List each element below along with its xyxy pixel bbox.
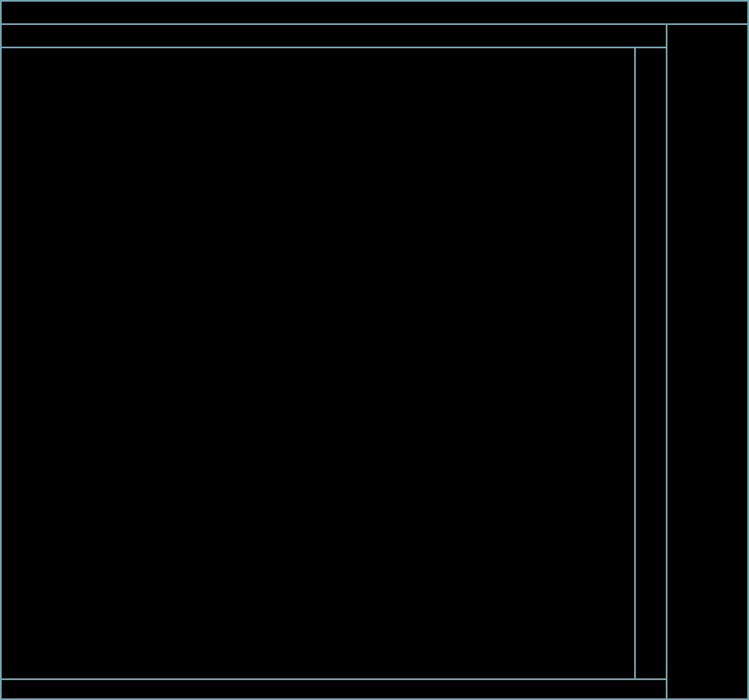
title-bar (0, 0, 749, 23)
bottom-axis (0, 680, 666, 700)
bottom-axis-canvas (0, 680, 666, 700)
right-axis-canvas (634, 48, 666, 678)
info-row (0, 25, 664, 47)
map-canvas[interactable] (2, 48, 634, 678)
right-axis (634, 48, 666, 678)
legend-panel (667, 25, 747, 700)
radar-map[interactable] (2, 48, 634, 678)
legend-canvas (667, 25, 747, 700)
frame-left (0, 0, 2, 700)
frame-top (0, 0, 749, 2)
radar-application-window (0, 0, 749, 700)
